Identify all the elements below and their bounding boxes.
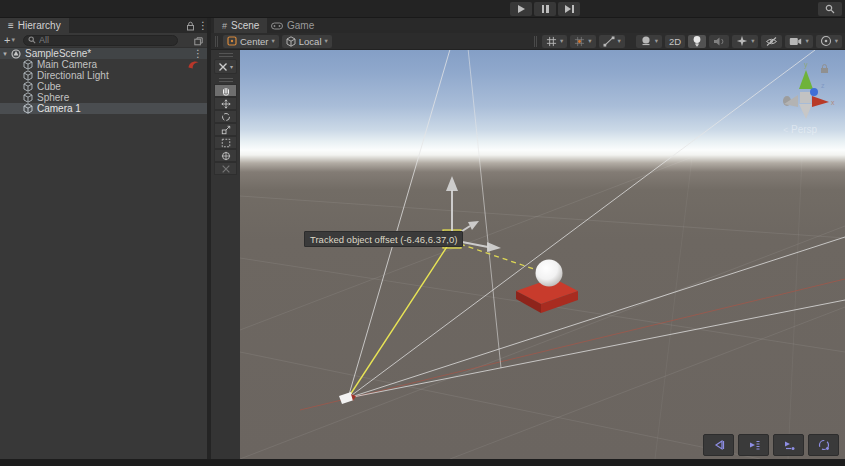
orientation-mode-button[interactable]: Local ▾ (282, 35, 332, 48)
overlay-drag-handle[interactable] (219, 78, 233, 82)
orientation-mode-label: Local (299, 36, 322, 47)
tab-game-label: Game (287, 20, 314, 31)
move-tool-button[interactable] (214, 97, 237, 110)
audio-toggle[interactable] (709, 35, 729, 48)
cm-orbit-icon (817, 438, 831, 452)
search-icon (28, 36, 36, 44)
gameobject-icon (22, 103, 34, 114)
cm-fov-button[interactable] (703, 434, 734, 456)
step-button[interactable] (558, 2, 580, 16)
hierarchy-item-cube[interactable]: Cube (0, 81, 207, 92)
hierarchy-item-main-camera[interactable]: Main Camera (0, 59, 207, 70)
view-tool-button[interactable] (214, 84, 237, 97)
gizmo-z-label: z (821, 82, 825, 89)
overlay-drag-handle[interactable] (219, 53, 233, 57)
hierarchy-item-sphere[interactable]: Sphere (0, 92, 207, 103)
custom-tool-button[interactable] (214, 162, 237, 175)
hierarchy-scene-row[interactable]: ▾ SampleScene* ⋮ (0, 48, 207, 59)
gizmo-x-axis[interactable] (812, 96, 829, 107)
cm-solo-button[interactable] (738, 434, 769, 456)
tooltip-text: Tracked object offset (-6.46,6.37,0) (310, 234, 457, 245)
hierarchy-item-directional-light[interactable]: Directional Light (0, 70, 207, 81)
tab-game[interactable]: Game (263, 18, 322, 33)
toolbar-drag-handle[interactable] (534, 36, 539, 47)
scene-menu-kebab[interactable]: ⋮ (193, 48, 203, 59)
cm-orbit-button[interactable] (808, 434, 839, 456)
gizmo-x-label: x (831, 99, 835, 106)
lighting-toggle[interactable] (688, 35, 706, 48)
grid-visibility-button[interactable]: ▾ (570, 35, 595, 48)
gizmos-menu-button[interactable]: ▾ (816, 35, 842, 48)
snap-settings-button[interactable]: ▾ (599, 35, 625, 48)
tools-icon (218, 62, 228, 72)
chevron-down-icon: ▾ (560, 37, 563, 45)
hierarchy-item-camera-1[interactable]: Camera 1 (0, 103, 207, 114)
cinemachine-icon (188, 60, 199, 69)
custom-tool-icon (221, 164, 231, 174)
tool-settings-button[interactable]: ▾ (542, 35, 567, 48)
window-picker-icon[interactable] (194, 37, 203, 46)
pause-button[interactable] (534, 2, 556, 16)
tab-hierarchy-label: Hierarchy (18, 20, 61, 31)
cm-waypoint-icon (782, 438, 796, 452)
gizmo-lock-icon[interactable] (821, 65, 828, 73)
gameobject-icon (22, 59, 34, 70)
scene-tabbar: # Scene Game (211, 18, 845, 33)
chevron-down-icon: ▾ (655, 37, 658, 45)
effects-star-icon (736, 35, 748, 47)
tab-scene[interactable]: # Scene (214, 18, 267, 33)
gizmo-collapse-icon[interactable]: < (783, 125, 788, 135)
add-gameobject-button[interactable]: + ▾ (4, 34, 15, 46)
shading-mode-button[interactable]: ▾ (636, 35, 662, 48)
scene-name: SampleScene* (25, 48, 91, 59)
gizmo-y-axis[interactable] (799, 70, 813, 89)
rect-tool-button[interactable] (214, 136, 237, 149)
hierarchy-search-input[interactable] (39, 35, 159, 45)
scene-grid-icon: # (222, 21, 227, 31)
global-search-button[interactable] (818, 2, 842, 16)
hierarchy-toolbar: + ▾ (0, 33, 207, 48)
center-pivot-icon (227, 36, 237, 46)
chevron-down-icon: ▾ (272, 37, 275, 45)
rotate-tool-button[interactable] (214, 110, 237, 123)
tab-hierarchy[interactable]: ≡ Hierarchy (0, 18, 69, 33)
eye-hidden-icon (765, 36, 778, 47)
scene-camera-settings-button[interactable]: ▾ (785, 35, 812, 48)
transform-tool-button[interactable] (214, 149, 237, 162)
cm-waypoint-button[interactable] (773, 434, 804, 456)
gameobject-icon (22, 92, 34, 103)
unity-scene-icon (10, 48, 22, 59)
effects-toggle[interactable]: ▾ (732, 35, 758, 48)
item-label: Cube (37, 81, 61, 92)
scene-visibility-toggle[interactable] (761, 35, 782, 48)
chevron-down-icon: ▾ (805, 37, 808, 45)
2d-toggle[interactable]: 2D (665, 35, 685, 48)
chevron-down-icon: ▾ (751, 37, 754, 45)
scale-tool-button[interactable] (214, 123, 237, 136)
tools-overlay-menu-button[interactable]: ▾ (214, 59, 237, 74)
pivot-mode-button[interactable]: Center ▾ (223, 35, 279, 48)
tab-scene-label: Scene (231, 20, 259, 31)
hierarchy-search-field[interactable] (23, 35, 178, 46)
toolbar-drag-handle[interactable] (215, 36, 220, 47)
play-icon (518, 5, 525, 13)
plus-icon: + (4, 34, 10, 46)
chevron-down-icon: ▾ (618, 37, 621, 45)
foldout-icon[interactable]: ▾ (0, 50, 10, 58)
gameobject-icon (22, 81, 34, 92)
lock-icon[interactable] (186, 21, 195, 31)
gameobject-icon (22, 70, 34, 81)
pause-icon (542, 5, 549, 13)
scale-icon (221, 125, 231, 135)
projection-label[interactable]: Persp (791, 124, 818, 135)
gizmo-z-axis[interactable] (810, 88, 818, 96)
cm-fov-icon (712, 438, 726, 452)
gizmos-icon (820, 35, 832, 47)
rect-icon (221, 138, 231, 148)
shading-mode-icon (640, 35, 652, 47)
sphere-object[interactable] (536, 260, 563, 287)
orientation-gizmo[interactable]: y z x < Persp (783, 61, 835, 135)
play-button[interactable] (510, 2, 532, 16)
grid-visibility-icon (574, 36, 585, 47)
step-icon (565, 5, 574, 13)
